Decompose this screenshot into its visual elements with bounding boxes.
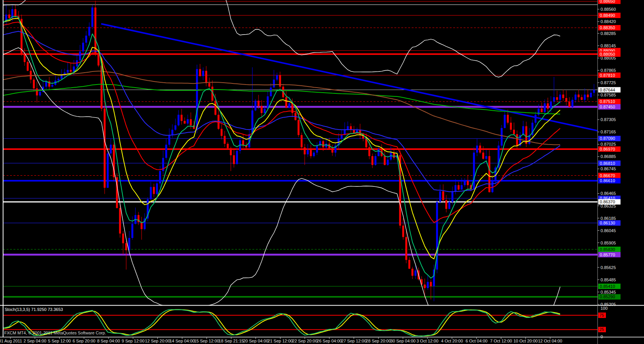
candle-body	[270, 88, 272, 96]
candle-body	[461, 185, 463, 189]
candle-body	[107, 153, 109, 188]
time-tick-label: 6 Oct 04:00	[465, 339, 487, 343]
candle-body	[184, 121, 186, 124]
price-marker-label: 0.85830	[600, 247, 615, 252]
stoch-k-value: 71.9250	[31, 307, 47, 312]
candle-body	[578, 95, 580, 97]
candle-body	[445, 200, 447, 209]
candle-body	[544, 103, 546, 112]
candle-body	[412, 269, 414, 276]
candle-body	[501, 128, 503, 146]
candle-body	[233, 155, 235, 164]
candle-body	[504, 115, 506, 128]
stoch-indicator-label: Stoch(13,3,5) 71.9250 73.3653	[5, 307, 63, 312]
candle-body	[353, 130, 355, 133]
candle-body	[359, 130, 361, 135]
candle-body	[405, 237, 407, 260]
candle-body	[489, 156, 491, 192]
time-tick-label: 26 Sep 04:00	[317, 339, 342, 343]
time-tick-label: 31 Aug 2011	[0, 339, 22, 343]
price-marker-label: 0.86810	[600, 161, 615, 166]
candle-body	[285, 97, 287, 108]
candle-body	[88, 27, 90, 36]
candle-body	[458, 185, 460, 189]
candle-body	[255, 101, 257, 110]
candle-body	[581, 97, 583, 100]
time-tick-label: 18 Sep 21:15	[219, 339, 244, 343]
candle-body	[372, 156, 374, 165]
candle-body	[92, 8, 93, 27]
candle-body	[298, 120, 300, 135]
price-tick-label: 0.85905	[601, 241, 616, 245]
price-tick-label: 0.88285	[601, 31, 616, 36]
price-marker-label: 0.85410	[600, 284, 615, 289]
candle-body	[538, 109, 540, 115]
candle-body	[165, 145, 167, 158]
price-tick-label: 0.85485	[601, 278, 616, 282]
price-tick-label: 0.86185	[601, 216, 616, 221]
time-tick-label: 10 Oct 20:00	[514, 339, 538, 343]
candle-body	[556, 97, 558, 100]
time-axis: 31 Aug 20112 Sep 04:005 Sep 12:006 Sep 2…	[0, 337, 562, 343]
candle-body	[562, 95, 564, 98]
candle-body	[510, 123, 512, 130]
candle-body	[36, 88, 38, 95]
candle-body	[236, 151, 238, 164]
candle-body	[209, 83, 210, 86]
candle-body	[150, 187, 152, 199]
copyright-text: FXCM MT4, © 2001-2011 MetaQuotes Softwar…	[4, 331, 106, 335]
price-tick-label: 0.87305	[601, 117, 616, 122]
candle-body	[393, 153, 395, 158]
candle-body	[332, 148, 334, 153]
candle-body	[322, 141, 324, 147]
price-marker-label: 0.87450	[600, 105, 615, 109]
price-marker-label: 0.87810	[600, 73, 615, 78]
candle-body	[52, 85, 53, 87]
chart-canvas[interactable]: 0.885600.884200.882850.881450.880050.878…	[0, 0, 644, 344]
price-marker-label: 0.86610	[600, 178, 615, 183]
candle-body	[181, 115, 183, 121]
candle-body	[199, 69, 201, 76]
time-tick-label: 21 Sep 12:00	[268, 339, 293, 343]
candle-body	[427, 282, 429, 288]
candle-body	[313, 153, 315, 156]
time-tick-label: 30 Sep 04:00	[390, 339, 415, 343]
mt4-chart-window: 0.885600.884200.882850.881450.880050.878…	[0, 0, 644, 344]
candle-body	[553, 97, 555, 101]
time-tick-label: 22 Sep 20:00	[292, 339, 317, 343]
candle-body	[301, 135, 303, 147]
price-tick-label: 0.88145	[601, 43, 616, 48]
candle-body	[310, 150, 312, 156]
candle-body	[584, 95, 586, 100]
price-marker-label: 0.85770	[600, 253, 615, 257]
candle-body	[215, 101, 217, 115]
candle-body	[190, 119, 192, 125]
time-tick-label: 28 Sep 20:00	[366, 339, 391, 343]
candle-body	[307, 150, 309, 154]
candle-body	[178, 115, 180, 126]
candle-body	[430, 282, 432, 286]
stoch-scale-label: 0	[601, 334, 603, 339]
time-tick-label: 12 Sep 20:00	[145, 339, 170, 343]
time-tick-label: 8 Sep 04:00	[97, 339, 120, 343]
price-marker-label: 0.87090	[600, 136, 615, 141]
price-marker-label: 0.87510	[600, 99, 615, 104]
candle-body	[449, 202, 450, 209]
candle-body	[486, 156, 487, 159]
candle-body	[224, 136, 226, 144]
price-tick-label: 0.86885	[601, 154, 616, 159]
candle-body	[575, 95, 577, 100]
candle-body	[82, 43, 84, 52]
candle-body	[132, 224, 133, 238]
candle-body	[15, 9, 17, 16]
stoch-scale-label: 100	[601, 306, 607, 311]
time-tick-label: 5 Sep 12:00	[48, 339, 71, 343]
candle-body	[535, 115, 537, 123]
candle-body	[289, 103, 290, 108]
candle-body	[8, 15, 10, 18]
candle-body	[402, 226, 404, 237]
time-tick-label: 2 Sep 04:00	[23, 339, 46, 343]
candle-body	[196, 69, 198, 129]
price-tick-label: 0.87585	[601, 93, 616, 97]
candle-body	[559, 95, 561, 100]
